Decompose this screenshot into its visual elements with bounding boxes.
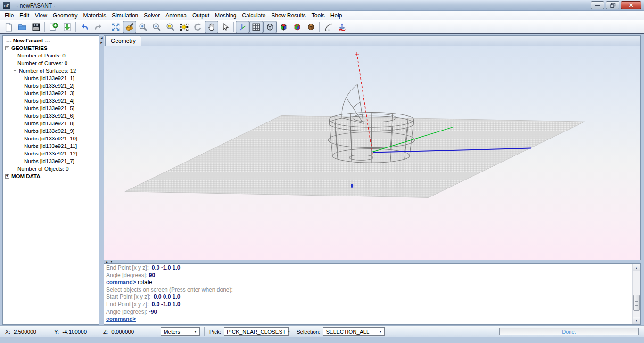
console-line: command> rotate [106, 279, 630, 286]
solid-view-rgb2-button[interactable] [290, 21, 304, 33]
scroll-up-icon[interactable]: ▲ [633, 264, 640, 271]
axes-toggle-button[interactable] [236, 21, 249, 33]
add-geometry-button[interactable] [47, 21, 60, 33]
console-scrollbar[interactable]: ▲ ▼ [632, 264, 640, 324]
translate-view-button[interactable] [177, 21, 191, 33]
tree-item-nurbs-6[interactable]: Nurbs [id133e921_6] [3, 112, 99, 120]
restore-button[interactable] [606, 1, 619, 9]
menu-calculate[interactable]: Calculate [239, 11, 268, 20]
grid-toggle-button[interactable] [249, 21, 263, 33]
open-file-button[interactable] [16, 21, 29, 33]
menu-solver[interactable]: Solver [141, 11, 163, 20]
menu-antenna[interactable]: Antenna [163, 11, 190, 20]
rotate-tool-button[interactable] [322, 21, 335, 33]
open-folder-icon [18, 23, 27, 32]
zoom-in-icon [139, 23, 148, 32]
pan-button[interactable] [205, 21, 218, 33]
chevron-down-icon: ▼ [192, 330, 198, 333]
tab-geometry[interactable]: Geometry [105, 36, 141, 46]
redo-button[interactable] [91, 21, 105, 33]
solid-view-rgb2-icon [293, 23, 302, 32]
scrollbar-thumb[interactable] [633, 295, 640, 311]
minimize-button[interactable] [591, 1, 604, 9]
tree-root[interactable]: --- New Fasant --- [3, 37, 99, 44]
menu-materials[interactable]: Materials [81, 11, 109, 20]
tree-item-surfaces[interactable]: Number of Surfaces: 12 [3, 67, 99, 74]
units-dropdown[interactable]: Meters▼ [161, 327, 200, 336]
solid-view-rgb-button[interactable] [277, 21, 290, 33]
tree-item-nurbs-4[interactable]: Nurbs [id133e921_4] [3, 97, 99, 105]
pointer-select-button[interactable] [218, 21, 232, 33]
zoom-in-button[interactable] [136, 21, 150, 33]
console-splitter[interactable]: ▲ ▼ [104, 260, 641, 263]
tree-item-nurbs-9[interactable]: Nurbs [id133e921_9] [3, 127, 99, 135]
rotate-view-button[interactable] [191, 21, 205, 33]
command-console[interactable]: End Point [x y z]: 0.0 -1.0 1.0 Angle [d… [104, 264, 632, 324]
textured-view-button[interactable] [304, 21, 318, 33]
console-line: Start Point [x y z]: 0.0 0.0 1.0 [106, 294, 630, 301]
tree-item-nurbs-8[interactable]: Nurbs [id133e921_8] [3, 120, 99, 127]
menu-show-results[interactable]: Show Results [268, 11, 308, 20]
pick-mode-dropdown[interactable]: PICK_NEAR_CLOSEST▼ [224, 327, 289, 336]
expand-icon[interactable] [5, 174, 9, 179]
fit-view-button[interactable] [109, 21, 123, 33]
tree-item-nurbs-5[interactable]: Nurbs [id133e921_5] [3, 105, 99, 112]
tree-item-objects[interactable]: Number of Objects: 0 [3, 165, 99, 172]
collapse-icon[interactable] [5, 46, 9, 50]
app-icon: nF [3, 2, 10, 9]
splitter-up-icon[interactable]: ▲ [105, 260, 108, 263]
tree-item-nurbs-7[interactable]: Nurbs [id133e921_7] [3, 157, 99, 165]
menu-geometry[interactable]: Geometry [50, 11, 81, 20]
antenna-tool-button[interactable] [335, 21, 349, 33]
coordinate-x: X:2.500000 [5, 329, 54, 335]
viewport-3d[interactable] [104, 46, 640, 260]
console-line: End Point [x y z]: 0.0 -1.0 1.0 [106, 264, 630, 272]
menu-meshing[interactable]: Meshing [212, 11, 239, 20]
toolbar-separator [75, 22, 76, 32]
minimize-icon [595, 5, 600, 6]
selection-mode-dropdown[interactable]: SELECTION_ALL▼ [323, 327, 385, 336]
tree-item-points[interactable]: Number of Points: 0 [3, 52, 99, 59]
console-box: End Point [x y z]: 0.0 -1.0 1.0 Angle [d… [104, 263, 641, 325]
import-button[interactable] [60, 21, 74, 33]
save-button[interactable] [29, 21, 43, 33]
close-button[interactable]: ✕ [621, 1, 641, 9]
tree-item-mom-data[interactable]: MOM DATA [3, 172, 99, 180]
wireframe-view-button[interactable] [263, 21, 277, 33]
scrollbar-track[interactable] [633, 271, 640, 317]
tree-item-nurbs-10[interactable]: Nurbs [id133e921_10] [3, 135, 99, 142]
zoom-out-icon [152, 23, 161, 32]
zoom-out-button[interactable] [150, 21, 164, 33]
antenna-tool-icon [338, 23, 347, 32]
zoom-window-button[interactable] [164, 21, 177, 33]
splitter-collapse-right-icon[interactable]: ► [100, 41, 103, 44]
tab-bar: Geometry [104, 36, 640, 46]
menu-help[interactable]: Help [328, 11, 345, 20]
menu-simulation[interactable]: Simulation [109, 11, 141, 20]
console-prompt[interactable]: command> [106, 316, 630, 323]
scroll-down-icon[interactable]: ▼ [633, 317, 640, 324]
geometry-view-box: Geometry [104, 35, 641, 260]
coordinate-y: Y:-4.100000 [54, 329, 103, 335]
tree-item-nurbs-11[interactable]: Nurbs [id133e921_11] [3, 142, 99, 150]
menu-view[interactable]: View [32, 11, 50, 20]
add-geometry-icon [49, 23, 58, 32]
zoom-object-button[interactable] [123, 21, 136, 33]
tree-item-nurbs-12[interactable]: Nurbs [id133e921_12] [3, 150, 99, 157]
tree-item-geometries[interactable]: GEOMETRIES [3, 44, 99, 52]
menu-file[interactable]: File [2, 11, 17, 20]
new-file-button[interactable] [2, 21, 16, 33]
menu-edit[interactable]: Edit [17, 11, 32, 20]
collapse-icon[interactable] [13, 69, 17, 73]
tree-item-nurbs-1[interactable]: Nurbs [id133e921_1] [3, 74, 99, 82]
tree-item-curves[interactable]: Number of Curves: 0 [3, 59, 99, 67]
undo-button[interactable] [78, 21, 91, 33]
tree-item-nurbs-3[interactable]: Nurbs [id133e921_3] [3, 90, 99, 97]
menu-output[interactable]: Output [190, 11, 212, 20]
splitter-collapse-left-icon[interactable]: ◄ [100, 37, 103, 40]
menu-tools[interactable]: Tools [309, 11, 328, 20]
tree-item-nurbs-2[interactable]: Nurbs [id133e921_2] [3, 82, 99, 90]
splitter-down-icon[interactable]: ▼ [110, 260, 113, 263]
geometry-tree-panel: --- New Fasant --- GEOMETRIES Number of … [2, 35, 99, 325]
tree-splitter[interactable]: ◄ ► [99, 35, 104, 325]
